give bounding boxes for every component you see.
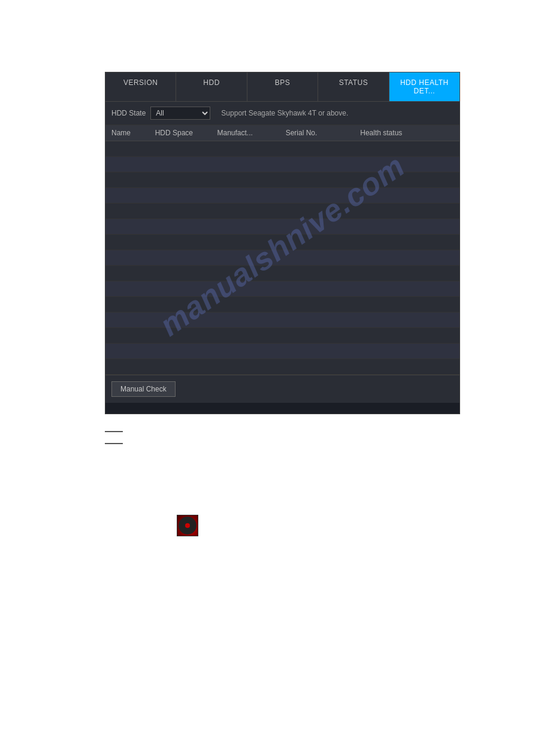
table-row	[105, 266, 460, 281]
table-row	[105, 312, 460, 328]
table-body	[105, 141, 460, 375]
table-row	[105, 157, 460, 172]
table-row	[105, 297, 460, 312]
bottom-strip	[105, 403, 460, 414]
page-container: VERSION HDD BPS STATUS HDD Health Det...…	[0, 0, 535, 756]
table-row	[105, 141, 460, 157]
hdd-state-select[interactable]: All	[150, 107, 210, 120]
manual-check-button[interactable]: Manual Check	[111, 381, 176, 397]
thumb-graphic	[177, 515, 198, 536]
table-row	[105, 219, 460, 235]
table-row	[105, 235, 460, 250]
table-row	[105, 204, 460, 219]
table-row	[105, 172, 460, 188]
tab-hdd-health-det[interactable]: HDD Health Det...	[389, 72, 460, 101]
table-row	[105, 281, 460, 297]
toolbar-row: HDD State All Support Seagate Skyhawk 4T…	[105, 102, 460, 125]
thumbnail-image	[177, 515, 198, 536]
table-row	[105, 344, 460, 359]
table-row	[105, 188, 460, 204]
tab-bps[interactable]: BPS	[247, 72, 318, 101]
dialog-box: VERSION HDD BPS STATUS HDD Health Det...…	[105, 72, 460, 414]
tab-bar: VERSION HDD BPS STATUS HDD Health Det...	[105, 72, 460, 102]
col-name: Name	[111, 129, 155, 137]
table-header: Name HDD Space Manufact... Serial No. He…	[105, 125, 460, 141]
line-1	[105, 431, 123, 432]
col-hdd-space: HDD Space	[155, 129, 217, 137]
tab-status[interactable]: STATUS	[318, 72, 389, 101]
col-serial: Serial No.	[286, 129, 361, 137]
support-info: Support Seagate Skyhawk 4T or above.	[221, 109, 348, 117]
table-row	[105, 250, 460, 266]
tab-hdd[interactable]: HDD	[176, 72, 247, 101]
tab-version[interactable]: VERSION	[105, 72, 176, 101]
col-manufact: Manufact...	[217, 129, 285, 137]
line-2	[105, 443, 123, 444]
footer-row: Manual Check	[105, 375, 460, 403]
col-health-status: Health status	[360, 129, 454, 137]
thumbnail-area	[177, 515, 198, 536]
table-row	[105, 328, 460, 344]
table-row	[105, 359, 460, 375]
hdd-state-label: HDD State	[111, 109, 146, 117]
